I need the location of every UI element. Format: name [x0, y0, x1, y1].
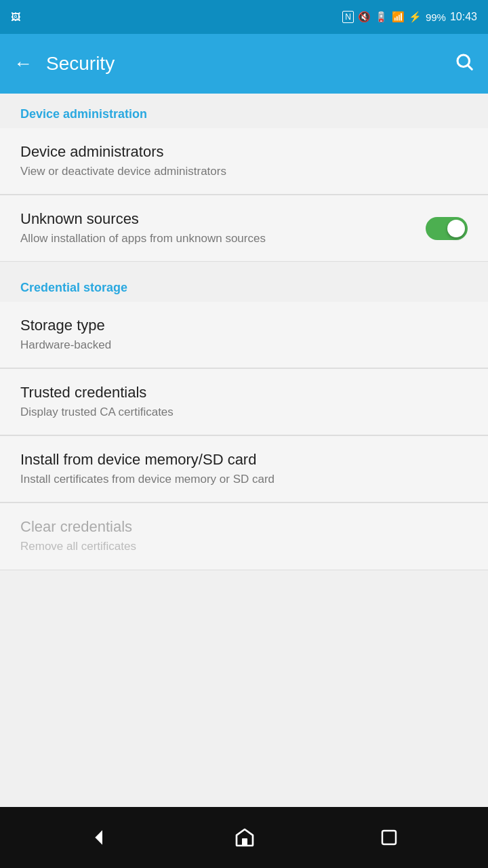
unknown-sources-toggle[interactable] [426, 217, 468, 240]
nav-home-button[interactable] [234, 827, 256, 848]
setting-title-clear-credentials: Clear credentials [20, 518, 454, 536]
setting-item-trusted-credentials[interactable]: Trusted credentials Display trusted CA c… [0, 369, 488, 435]
nav-back-icon [89, 827, 110, 848]
charging-icon: ⚡ [409, 11, 422, 23]
nav-home-icon [234, 827, 256, 848]
setting-item-text: Trusted credentials Display trusted CA c… [20, 384, 468, 420]
svg-marker-2 [95, 830, 102, 844]
status-bar-left: 🖼 [11, 12, 20, 22]
setting-item-text: Storage type Hardware-backed [20, 317, 468, 353]
setting-item-text: Clear credentials Remove all certificate… [20, 518, 468, 554]
setting-subtitle-storage-type: Hardware-backed [20, 338, 454, 353]
clock: 10:43 [450, 11, 477, 23]
status-bar: 🖼 N 🔇 🪫 📶 ⚡ 99% 10:43 [0, 0, 488, 34]
bottom-nav [0, 807, 488, 868]
nav-back-button[interactable] [89, 827, 110, 848]
back-button[interactable]: ← [14, 53, 33, 75]
setting-subtitle-device-administrators: View or deactivate device administrators [20, 164, 454, 179]
image-icon: 🖼 [11, 12, 20, 22]
nav-recents-button[interactable] [379, 827, 399, 848]
nfc-icon: N [342, 11, 354, 23]
setting-item-text: Device administrators View or deactivate… [20, 143, 468, 179]
nav-recents-icon [379, 827, 399, 848]
svg-rect-3 [242, 838, 247, 846]
setting-subtitle-clear-credentials: Remove all certificates [20, 539, 454, 554]
section-header-credential-storage: Credential storage [0, 262, 488, 302]
setting-title-unknown-sources: Unknown sources [20, 210, 412, 228]
setting-title-install-from-device: Install from device memory/SD card [20, 451, 454, 469]
search-button[interactable] [454, 52, 474, 77]
setting-title-storage-type: Storage type [20, 317, 454, 334]
setting-item-device-administrators[interactable]: Device administrators View or deactivate… [0, 128, 488, 195]
mute-icon: 🔇 [358, 11, 371, 23]
search-icon [454, 52, 474, 72]
signal-icon: 📶 [392, 11, 405, 23]
setting-item-clear-credentials: Clear credentials Remove all certificate… [0, 503, 488, 570]
setting-item-text: Unknown sources Allow installation of ap… [20, 210, 426, 246]
setting-item-storage-type[interactable]: Storage type Hardware-backed [0, 302, 488, 368]
settings-content: Device administration Device administrat… [0, 94, 488, 807]
page-title: Security [46, 53, 454, 75]
status-bar-right: N 🔇 🪫 📶 ⚡ 99% 10:43 [342, 11, 477, 23]
setting-subtitle-unknown-sources: Allow installation of apps from unknown … [20, 231, 412, 246]
app-bar: ← Security [0, 34, 488, 94]
setting-item-unknown-sources[interactable]: Unknown sources Allow installation of ap… [0, 195, 488, 262]
setting-title-device-administrators: Device administrators [20, 143, 454, 161]
setting-item-text: Install from device memory/SD card Insta… [20, 451, 468, 487]
setting-title-trusted-credentials: Trusted credentials [20, 384, 454, 401]
battery-percent: 99% [426, 12, 446, 23]
setting-subtitle-trusted-credentials: Display trusted CA certificates [20, 405, 454, 420]
setting-item-install-from-device[interactable]: Install from device memory/SD card Insta… [0, 436, 488, 502]
svg-line-1 [468, 65, 472, 68]
setting-subtitle-install-from-device: Install certificates from device memory … [20, 472, 454, 487]
section-header-device-administration: Device administration [0, 94, 488, 128]
svg-rect-4 [382, 831, 396, 844]
battery-low-icon: 🪫 [375, 11, 388, 23]
